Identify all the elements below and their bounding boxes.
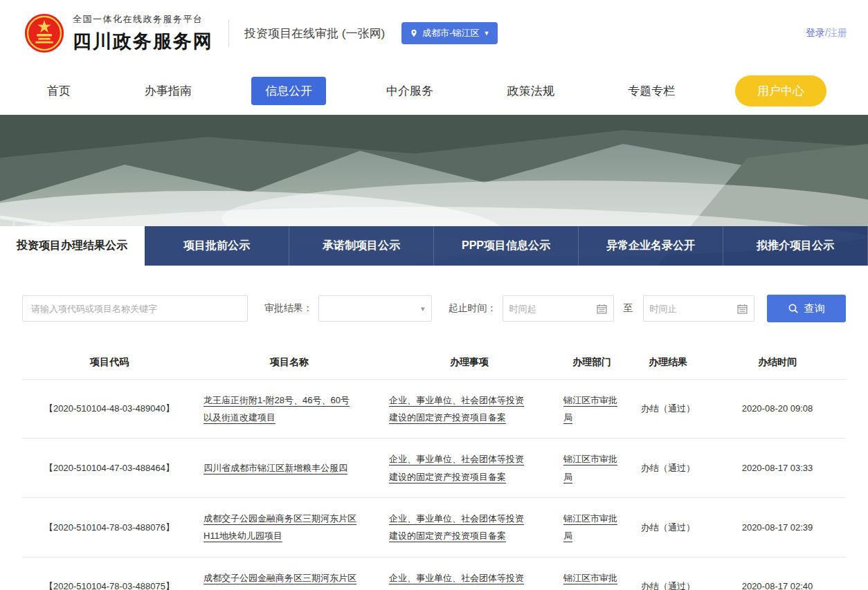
search-icon <box>788 303 799 314</box>
department-link[interactable]: 锦江区市审批局 <box>563 454 617 481</box>
nav-item-label: 首页 <box>47 84 71 98</box>
location-pin-icon <box>410 29 418 37</box>
page-subtitle: 投资项目在线审批 (一张网) <box>244 26 385 42</box>
tab[interactable]: 异常企业名录公开 <box>579 226 723 266</box>
tab-label: 拟推介项目公示 <box>757 239 834 253</box>
hero-banner: 投资项目办理结果公示 项目批前公示 承诺制项目公示 PPP项目信息公示 异常企业… <box>0 115 868 266</box>
main-nav: 首页 办事指南 信息公开 中介服务 政策法规 专题专栏 用户中心 <box>0 66 868 115</box>
project-code: 【2020-510104-78-03-488075】 <box>22 557 197 590</box>
column-header: 办理事项 <box>382 346 557 379</box>
table-row: 【2020-510104-48-03-489040】 龙王庙正街附1-附28号、… <box>22 379 846 439</box>
site-header: 全国一体化在线政务服务平台 四川政务服务网 投资项目在线审批 (一张网) 成都市… <box>0 0 868 66</box>
column-header: 办理部门 <box>557 346 627 379</box>
result-status: 办结（通过） <box>627 497 709 557</box>
result-label: 审批结果： <box>264 302 313 315</box>
tab[interactable]: 投资项目办理结果公示 <box>0 226 145 266</box>
nav-item-label: 中介服务 <box>386 84 433 98</box>
nav-item[interactable]: 政策法规 <box>494 77 568 105</box>
region-selector[interactable]: 成都市-锦江区 ▼ <box>401 22 498 44</box>
result-status: 办结（通过） <box>627 379 709 439</box>
nav-item[interactable]: 首页 <box>33 77 84 105</box>
keyword-input[interactable] <box>22 295 248 322</box>
matter-link[interactable]: 企业、事业单位、社会团体等投资建设的固定资产投资项目备案 <box>389 395 524 423</box>
nav-item[interactable]: 信息公开 <box>251 77 326 105</box>
search-button[interactable]: 查询 <box>767 295 846 322</box>
nav-item-label: 信息公开 <box>265 84 312 98</box>
site-title-block: 全国一体化在线政务服务平台 四川政务服务网 <box>73 13 213 54</box>
column-header: 办结时间 <box>709 346 846 379</box>
project-code: 【2020-510104-47-03-488464】 <box>22 439 197 498</box>
department-link[interactable]: 锦江区市审批局 <box>563 573 617 590</box>
project-code: 【2020-510104-78-03-488076】 <box>22 497 197 557</box>
project-name-link[interactable]: 龙王庙正街附1-附28号、46号、60号以及街道改建项目 <box>204 395 350 423</box>
time-end-field <box>643 295 754 322</box>
tab-label: PPP项目信息公示 <box>462 239 550 253</box>
time-end-input[interactable] <box>650 304 737 314</box>
results-table: 项目代码 项目名称 办理事项 办理部门 办理结果 办结时间 【2020-5101… <box>22 346 846 590</box>
register-link[interactable]: 注册 <box>828 27 847 38</box>
filter-bar: 审批结果： ▾ 起止时间： 至 查询 <box>0 266 868 322</box>
tab-label: 投资项目办理结果公示 <box>17 239 127 253</box>
tab[interactable]: PPP项目信息公示 <box>434 226 579 266</box>
publicity-tabs: 投资项目办理结果公示 项目批前公示 承诺制项目公示 PPP项目信息公示 异常企业… <box>0 226 868 266</box>
tab-label: 承诺制项目公示 <box>323 239 400 253</box>
finish-time: 2020-08-17 03:33 <box>709 439 846 498</box>
table-row: 【2020-510104-47-03-488464】 四川省成都市锦江区新增粮丰… <box>22 439 846 498</box>
finish-time: 2020-08-17 02:39 <box>709 497 846 557</box>
matter-link[interactable]: 企业、事业单位、社会团体等投资建设的固定资产投资项目备案 <box>389 573 524 590</box>
table-row: 【2020-510104-78-03-488075】 成都交子公园金融商务区三期… <box>22 557 846 590</box>
nav-item[interactable]: 中介服务 <box>372 77 447 105</box>
search-button-label: 查询 <box>804 302 825 315</box>
calendar-icon[interactable] <box>597 304 607 314</box>
column-header: 项目名称 <box>197 346 382 379</box>
site-title: 四川政务服务网 <box>73 29 213 54</box>
national-emblem-logo <box>24 13 64 53</box>
result-status: 办结（通过） <box>627 557 709 590</box>
auth-links: 登录/注册 <box>806 27 847 39</box>
nav-item-label: 政策法规 <box>507 84 554 98</box>
column-header: 办理结果 <box>627 346 709 379</box>
user-center-button[interactable]: 用户中心 <box>735 75 826 107</box>
time-start-field <box>503 295 614 322</box>
nav-item-label: 专题专栏 <box>628 84 675 98</box>
tab[interactable]: 项目批前公示 <box>145 226 289 266</box>
nav-item-label: 办事指南 <box>145 84 192 98</box>
platform-label: 全国一体化在线政务服务平台 <box>73 13 213 26</box>
project-name-link[interactable]: 四川省成都市锦江区新增粮丰公服四 <box>204 463 347 473</box>
department-link[interactable]: 锦江区市审批局 <box>563 395 617 423</box>
project-code: 【2020-510104-48-03-489040】 <box>22 379 197 439</box>
table-header-row: 项目代码 项目名称 办理事项 办理部门 办理结果 办结时间 <box>22 346 846 379</box>
nav-item[interactable]: 办事指南 <box>131 77 206 105</box>
nav-item[interactable]: 专题专栏 <box>614 77 689 105</box>
result-select[interactable]: ▾ <box>318 295 432 322</box>
login-link[interactable]: 登录 <box>806 27 825 38</box>
matter-link[interactable]: 企业、事业单位、社会团体等投资建设的固定资产投资项目备案 <box>389 513 524 541</box>
matter-link[interactable]: 企业、事业单位、社会团体等投资建设的固定资产投资项目备案 <box>389 454 524 481</box>
tab[interactable]: 承诺制项目公示 <box>289 226 434 266</box>
finish-time: 2020-08-17 02:40 <box>709 557 846 590</box>
region-label: 成都市-锦江区 <box>422 27 479 39</box>
project-name-link[interactable]: 成都交子公园金融商务区三期河东片区H11地块幼儿园项目 <box>204 513 356 541</box>
caret-down-icon: ▼ <box>483 30 489 37</box>
tab-label: 异常企业名录公开 <box>606 239 695 253</box>
calendar-icon[interactable] <box>737 304 748 314</box>
department-link[interactable]: 锦江区市审批局 <box>563 513 617 541</box>
time-start-input[interactable] <box>509 304 597 314</box>
column-header: 项目代码 <box>22 346 197 379</box>
header-divider <box>228 19 229 47</box>
result-status: 办结（通过） <box>627 439 709 498</box>
to-label: 至 <box>624 302 633 315</box>
table-row: 【2020-510104-78-03-488076】 成都交子公园金融商务区三期… <box>22 497 846 557</box>
select-caret-icon: ▾ <box>421 304 425 313</box>
tab[interactable]: 拟推介项目公示 <box>723 226 868 266</box>
project-name-link[interactable]: 成都交子公园金融商务区三期河东片区H09地块幼儿园项目 <box>204 573 356 590</box>
tab-label: 项目批前公示 <box>183 239 250 253</box>
finish-time: 2020-08-20 09:08 <box>709 379 846 439</box>
time-label: 起止时间： <box>449 302 497 315</box>
